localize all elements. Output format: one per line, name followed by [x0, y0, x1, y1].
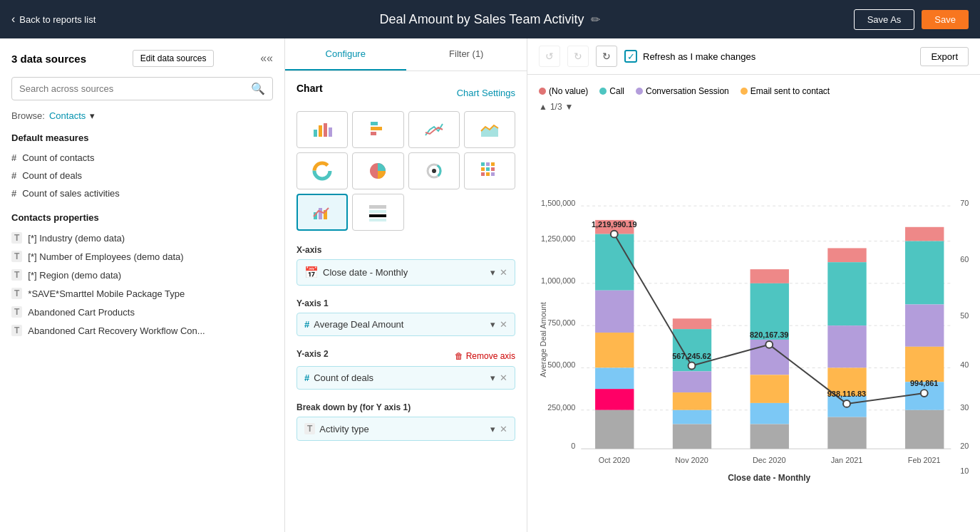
chart-type-area[interactable]: [464, 111, 515, 148]
svg-rect-66: [673, 410, 711, 424]
right-toolbar: ↺ ↻ ↻ ✓ Refresh as I make changes Export: [527, 38, 980, 75]
measure-label: Count of deals: [22, 170, 82, 181]
svg-rect-22: [481, 172, 485, 176]
svg-rect-56: [595, 234, 634, 291]
refresh-check-icon[interactable]: ✓: [624, 50, 637, 63]
yaxis2-clear-icon[interactable]: ✕: [500, 372, 507, 383]
svg-text:500,000: 500,000: [547, 360, 575, 369]
edit-icon[interactable]: ✏: [591, 13, 600, 26]
tab-filter[interactable]: Filter (1): [406, 38, 527, 71]
svg-rect-73: [751, 424, 789, 449]
hash-icon: #: [11, 152, 16, 163]
main-layout: 3 data sources Edit data sources «« 🔍 Br…: [0, 38, 980, 532]
chart-type-gauge[interactable]: 1: [408, 152, 460, 189]
yaxis2-select[interactable]: # Count of deals ▾ ✕: [296, 366, 515, 390]
property-employees[interactable]: T [*] Number of Employees (demo data): [11, 247, 273, 266]
svg-rect-16: [481, 162, 485, 166]
svg-rect-71: [751, 375, 789, 403]
back-button[interactable]: ‹ Back to reports list: [11, 13, 96, 26]
svg-text:100: 100: [960, 466, 969, 475]
measure-count-deals[interactable]: # Count of deals: [11, 167, 273, 184]
combo-chart-icon: [312, 202, 332, 222]
svg-rect-83: [905, 347, 944, 382]
svg-text:Average Deal Amount: Average Deal Amount: [539, 302, 547, 377]
pie-chart-icon: [368, 161, 388, 181]
yaxis1-clear-icon[interactable]: ✕: [500, 319, 507, 330]
chart-type-hbar[interactable]: [352, 111, 403, 148]
svg-point-10: [318, 167, 326, 175]
breakdown-clear-icon[interactable]: ✕: [500, 424, 507, 434]
chart-type-donut[interactable]: [296, 152, 348, 189]
breakdown-section: Break down by (for Y axis 1) T Activity …: [296, 402, 515, 441]
type-icon: T: [304, 423, 315, 434]
breakdown-select[interactable]: T Activity type ▾ ✕: [296, 417, 515, 441]
bar-chart-icon: [312, 120, 332, 140]
measure-count-sales[interactable]: # Count of sales activities: [11, 184, 273, 202]
svg-rect-60: [595, 389, 634, 410]
property-abandoned-cart[interactable]: T Abandoned Cart Products: [11, 303, 273, 321]
xaxis-clear-icon[interactable]: ✕: [500, 267, 507, 278]
chart-type-heatmap[interactable]: [464, 152, 515, 189]
report-title: Deal Amount by Sales Team Activity: [380, 12, 584, 27]
refresh-button[interactable]: ↻: [596, 46, 617, 67]
property-abandoned-recovery[interactable]: T Abandoned Cart Recovery Workflow Con..…: [11, 321, 273, 340]
chart-type-pie[interactable]: [352, 152, 403, 189]
svg-rect-23: [486, 172, 490, 176]
pagination-down-icon[interactable]: ▼: [565, 102, 574, 112]
remove-axis-label: Remove axis: [466, 351, 515, 361]
save-button[interactable]: Save: [922, 10, 969, 29]
chart-type-bar[interactable]: [296, 111, 348, 148]
line-dot-feb: [921, 390, 928, 397]
property-industry[interactable]: T [*] Industry (demo data): [11, 229, 273, 247]
yaxis1-value: Average Deal Amount: [314, 319, 403, 330]
browse-contacts-dropdown[interactable]: Contacts: [49, 110, 86, 121]
chart-legend: (No value) Call Conversation Session Ema…: [539, 86, 969, 96]
chart-type-line[interactable]: [408, 111, 460, 148]
svg-rect-26: [319, 208, 322, 219]
combo-chart-svg: 1,500,000 1,250,000 1,000,000 750,000 50…: [539, 119, 969, 532]
svg-rect-17: [486, 162, 490, 166]
chevron-down-icon: ▾: [490, 319, 495, 330]
tab-configure[interactable]: Configure: [285, 38, 406, 71]
collapse-icon[interactable]: ««: [260, 52, 273, 65]
chart-type-table[interactable]: [352, 194, 403, 231]
xaxis-select[interactable]: 📅 Close date - Monthly ▾ ✕: [296, 259, 515, 286]
chevron-down-icon: ▾: [490, 372, 495, 383]
svg-rect-21: [491, 167, 495, 171]
refresh-checkbox: ✓ Refresh as I make changes: [624, 50, 755, 63]
edit-data-button[interactable]: Edit data sources: [133, 50, 215, 67]
svg-text:250,000: 250,000: [547, 403, 575, 412]
property-smarttel[interactable]: T *SAVE*Smarttel Mobile Package Type: [11, 284, 273, 303]
legend-conversation: Conversation Session: [636, 86, 729, 96]
title-area: Deal Amount by Sales Team Activity ✏: [380, 12, 601, 27]
undo-button[interactable]: ↺: [539, 46, 560, 67]
redo-button[interactable]: ↻: [567, 46, 589, 67]
legend-call: Call: [599, 86, 624, 96]
property-label: [*] Number of Employees (demo data): [28, 251, 183, 262]
top-nav: ‹ Back to reports list Deal Amount by Sa…: [0, 0, 980, 38]
legend-dot-call: [599, 88, 607, 95]
svg-text:750,000: 750,000: [547, 318, 575, 327]
chart-settings-link[interactable]: Chart Settings: [457, 88, 515, 98]
save-as-button[interactable]: Save As: [854, 9, 915, 30]
svg-text:1,250,000: 1,250,000: [541, 234, 575, 243]
chevron-down-icon: ▾: [490, 267, 495, 278]
svg-rect-80: [905, 227, 944, 241]
svg-rect-62: [673, 318, 711, 329]
svg-rect-75: [827, 262, 866, 325]
export-button[interactable]: Export: [920, 47, 969, 66]
svg-rect-79: [827, 417, 866, 449]
search-input[interactable]: [19, 83, 251, 94]
svg-rect-72: [751, 403, 789, 424]
svg-text:300: 300: [960, 403, 969, 412]
svg-rect-57: [595, 291, 634, 333]
right-panel: ↺ ↻ ↻ ✓ Refresh as I make changes Export…: [527, 38, 980, 532]
breakdown-value: Activity type: [319, 424, 368, 434]
line-dot-oct: [611, 231, 618, 238]
chart-type-combo[interactable]: [296, 194, 348, 231]
remove-axis-button[interactable]: 🗑 Remove axis: [455, 351, 515, 361]
property-region[interactable]: T [*] Region (demo data): [11, 266, 273, 284]
yaxis1-select[interactable]: # Average Deal Amount ▾ ✕: [296, 313, 515, 336]
measure-count-contacts[interactable]: # Count of contacts: [11, 149, 273, 167]
type-icon: T: [11, 269, 22, 281]
